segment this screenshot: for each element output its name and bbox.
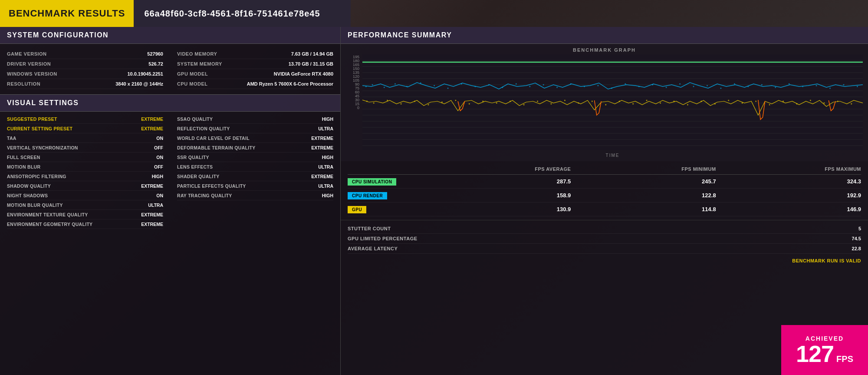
config-label: CPU MODEL (177, 81, 208, 86)
svg-point-27 (496, 103, 497, 104)
svg-point-58 (406, 86, 408, 87)
gpu-max: 146.9 (716, 206, 861, 212)
visual-value: ULTRA (318, 164, 333, 169)
chart-y-axis-container: 195 180 165 150 135 120 105 90 75 60 45 … (346, 54, 362, 158)
gpu-min: 114.8 (571, 206, 716, 212)
svg-point-70 (570, 83, 571, 85)
visual-value: EXTREME (141, 126, 163, 131)
benchmark-valid-text: BENCHMARK RUN IS VALID (341, 256, 868, 266)
visual-row: MOTION BLUR QUALITY ULTRA (7, 200, 163, 210)
visual-label: SHADOW QUALITY (7, 183, 51, 189)
svg-point-56 (384, 87, 385, 88)
visual-row: SSAO QUALITY HIGH (177, 114, 333, 124)
svg-point-86 (789, 83, 790, 85)
svg-point-71 (584, 86, 585, 87)
config-value: 13.70 GB / 31.15 GB (289, 61, 333, 66)
svg-point-21 (414, 101, 415, 102)
visual-row: LENS EFFECTS ULTRA (177, 162, 333, 172)
visual-value: OFF (154, 145, 163, 150)
svg-point-30 (537, 101, 538, 102)
chart-container: BENCHMARK GRAPH 195 180 165 150 135 120 … (341, 44, 868, 161)
config-row: DRIVER VERSION 526.72 (7, 59, 163, 69)
svg-point-39 (660, 103, 661, 104)
config-value: 10.0.19045.2251 (127, 71, 163, 76)
visual-label: MOTION BLUR QUALITY (7, 202, 63, 208)
visual-value: HIGH (322, 116, 333, 122)
visual-row: CURRENT SETTING PRESET EXTREME (7, 124, 163, 133)
config-label: GAME VERSION (7, 51, 47, 56)
visual-row: SSR QUALITY HIGH (177, 153, 333, 162)
svg-point-38 (646, 100, 648, 101)
header: BENCHMARK RESULTS 66a48f60-3cf8-4561-8f1… (0, 0, 868, 27)
visual-row: MOTION BLUR OFF (7, 162, 163, 172)
visual-value: HIGH (322, 155, 333, 160)
svg-point-60 (434, 85, 435, 86)
visual-row: RAY TRACING QUALITY HIGH (177, 191, 333, 200)
svg-point-72 (597, 85, 598, 86)
visual-label: SUGGESTED PRESET (7, 116, 57, 122)
latency-label: AVERAGE LATENCY (348, 246, 398, 251)
visual-row: PARTICLE EFFECTS QUALITY ULTRA (177, 181, 333, 191)
svg-point-33 (578, 103, 579, 104)
visual-row: SHADOW QUALITY EXTREME (7, 181, 163, 191)
perf-summary-header: PERFORMANCE SUMMARY (341, 27, 868, 44)
visual-label: ENVIRONMENT GEOMETRY QUALITY (7, 222, 92, 227)
config-value: 7.63 GB / 14.94 GB (291, 51, 333, 56)
visual-value: HIGH (152, 174, 163, 179)
svg-point-57 (395, 83, 396, 85)
svg-point-91 (857, 86, 858, 87)
cpu-simulation-badge: CPU SIMULATION (348, 178, 396, 186)
config-label: VIDEO MEMORY (177, 51, 217, 56)
svg-point-51 (823, 103, 825, 104)
visual-label: REFLECTION QUALITY (177, 126, 230, 131)
svg-point-48 (783, 101, 784, 102)
svg-point-62 (461, 83, 462, 85)
visual-value: ON (156, 136, 163, 141)
config-value: NVIDIA GeForce RTX 4080 (274, 71, 333, 76)
svg-point-52 (837, 101, 838, 102)
svg-point-90 (843, 84, 844, 86)
panels: SYSTEM CONFIGURATION GAME VERSION 527960… (0, 27, 868, 375)
visual-value: EXTREME (141, 222, 163, 227)
svg-point-23 (441, 102, 443, 103)
visual-value: ULTRA (148, 202, 163, 208)
svg-point-49 (796, 103, 797, 105)
svg-point-75 (638, 86, 640, 87)
visual-label: MOTION BLUR (7, 164, 40, 169)
system-config-header: SYSTEM CONFIGURATION (0, 27, 340, 44)
cpu-render-badge: CPU RENDER (348, 192, 387, 199)
cpu-render-min: 122.8 (571, 192, 716, 199)
achievement-box: ACHIEVED 127 FPS (781, 325, 868, 375)
svg-point-55 (372, 84, 373, 86)
stats-row-stutter: STUTTER COUNT 5 (348, 224, 861, 234)
visual-row: REFLECTION QUALITY ULTRA (177, 124, 333, 133)
svg-point-61 (447, 88, 448, 89)
svg-point-50 (810, 100, 811, 101)
svg-point-63 (474, 86, 476, 87)
visual-label: NIGHT SHADOWS (7, 193, 48, 198)
config-value: 526.72 (148, 61, 163, 66)
svg-point-87 (802, 86, 803, 87)
svg-point-28 (510, 101, 511, 102)
svg-point-84 (761, 84, 763, 86)
col-header-avg: FPS AVERAGE (426, 166, 571, 172)
col-header-min: FPS MINIMUM (571, 166, 716, 172)
config-row: WINDOWS VERSION 10.0.19045.2251 (7, 69, 163, 79)
y-label: 0 (346, 106, 359, 110)
svg-point-79 (693, 86, 694, 87)
perf-row-cpu-sim: CPU SIMULATION 287.5 245.7 324.3 (348, 175, 861, 189)
svg-point-59 (420, 83, 421, 84)
stats-row-gpu-limited: GPU LIMITED PERCENTAGE 74.5 (348, 234, 861, 244)
visual-label: SSAO QUALITY (177, 116, 213, 122)
visual-value: HIGH (322, 193, 333, 198)
svg-point-31 (550, 103, 552, 105)
visual-label: ENVIRONMENT TEXTURE QUALITY (7, 212, 88, 217)
svg-point-88 (816, 85, 817, 86)
visual-label: TAA (7, 136, 16, 141)
visual-row: ENVIRONMENT TEXTURE QUALITY EXTREME (7, 210, 163, 219)
chart-svg-container: TIME (362, 54, 863, 158)
perf-table: FPS AVERAGE FPS MINIMUM FPS MAXIMUM CPU … (341, 161, 868, 220)
svg-point-65 (502, 87, 503, 88)
config-label: SYSTEM MEMORY (177, 61, 222, 66)
svg-point-35 (605, 104, 606, 106)
